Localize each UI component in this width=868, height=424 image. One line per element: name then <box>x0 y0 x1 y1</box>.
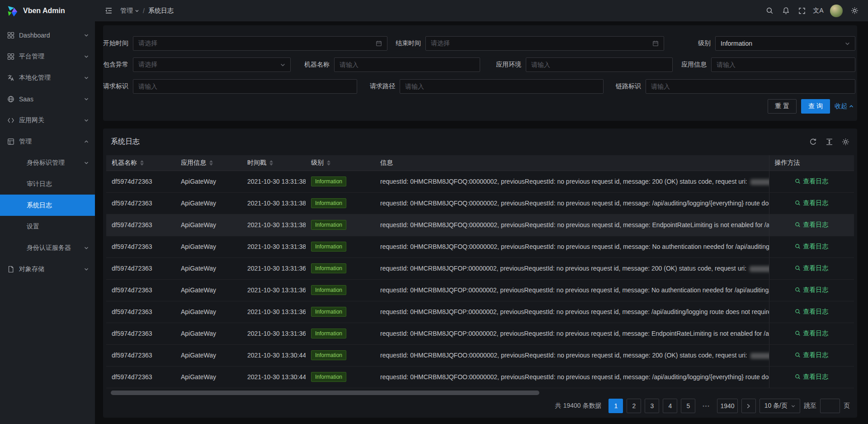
trace-id-input[interactable] <box>646 79 855 94</box>
environment-label: 应用环境 <box>496 61 521 69</box>
page-size-select[interactable]: 10 条/页 <box>760 399 800 413</box>
table-row[interactable]: df5974d72363 ApiGateWay 2021-10-30 13:31… <box>106 257 854 279</box>
environment-input[interactable] <box>526 57 673 72</box>
column-header-level[interactable]: 级别 <box>306 155 375 171</box>
notification-bell-icon[interactable] <box>778 0 794 22</box>
cell-app-info: ApiGateWay <box>175 236 242 257</box>
sidebar-item-localization-management[interactable]: 本地化管理 <box>0 67 95 88</box>
table-row[interactable]: df5974d72363 ApiGateWay 2021-10-30 13:31… <box>106 171 854 192</box>
system-log-table: 机器名称应用信息时间戳级别信息操作方法 df5974d72363 ApiGate… <box>106 155 854 388</box>
table-row[interactable]: df5974d72363 ApiGateWay 2021-10-30 13:31… <box>106 301 854 323</box>
reset-button[interactable]: 重 置 <box>768 99 797 114</box>
page-button-3[interactable]: 3 <box>645 399 659 413</box>
chevron-down-icon <box>84 33 89 38</box>
cell-action: 查看日志 <box>769 344 854 366</box>
jump-page-input[interactable] <box>820 399 840 413</box>
next-page-button[interactable] <box>741 399 756 413</box>
logo[interactable]: Vben Admin <box>0 0 95 22</box>
magnifier-icon <box>795 178 801 184</box>
table-row[interactable]: df5974d72363 ApiGateWay 2021-10-30 13:31… <box>106 323 854 344</box>
sidebar-item-platform-management[interactable]: 平台管理 <box>0 46 95 67</box>
fullscreen-icon[interactable] <box>794 0 810 22</box>
column-header-timestamp[interactable]: 时间戳 <box>242 155 306 171</box>
sidebar-item-app-gateway[interactable]: 应用网关 <box>0 110 95 131</box>
refresh-icon[interactable] <box>809 138 817 146</box>
view-log-link[interactable]: 查看日志 <box>795 373 828 381</box>
avatar[interactable] <box>830 5 843 17</box>
level-select[interactable]: Information <box>715 36 855 51</box>
sidebar-item-system-logs[interactable]: 系统日志 <box>0 195 95 216</box>
view-log-link[interactable]: 查看日志 <box>795 264 828 272</box>
sidebar-item-label: 本地化管理 <box>19 74 51 82</box>
view-log-link[interactable]: 查看日志 <box>795 243 828 251</box>
sidebar-item-saas[interactable]: Saas <box>0 88 95 110</box>
column-header-app[interactable]: 应用信息 <box>175 155 242 171</box>
machine-name-input[interactable] <box>334 57 480 72</box>
sidebar-item-management[interactable]: 管理 <box>0 131 95 152</box>
table-row[interactable]: df5974d72363 ApiGateWay 2021-10-30 13:31… <box>106 214 854 236</box>
table-row[interactable]: df5974d72363 ApiGateWay 2021-10-30 13:31… <box>106 236 854 257</box>
sidebar-item-auth-server[interactable]: 身份认证服务器 <box>0 237 95 258</box>
sidebar-item-label: 身份标识管理 <box>27 159 65 167</box>
view-log-link[interactable]: 查看日志 <box>795 308 828 316</box>
page-button-4[interactable]: 4 <box>663 399 677 413</box>
view-log-link[interactable]: 查看日志 <box>795 177 828 186</box>
scrollbar-thumb[interactable] <box>111 391 539 395</box>
sorter-icon <box>327 160 330 166</box>
search-icon[interactable] <box>761 0 778 22</box>
table-row[interactable]: df5974d72363 ApiGateWay 2021-10-30 13:31… <box>106 192 854 214</box>
app-info-input[interactable] <box>711 57 855 72</box>
view-log-link[interactable]: 查看日志 <box>795 199 828 207</box>
query-button[interactable]: 查 询 <box>801 99 830 114</box>
view-log-link[interactable]: 查看日志 <box>795 221 828 229</box>
cell-action: 查看日志 <box>769 171 854 192</box>
start-time-input[interactable]: 请选择 <box>133 36 387 51</box>
request-path-input[interactable] <box>400 79 604 94</box>
table-settings-gear-icon[interactable] <box>842 138 849 146</box>
cell-message: requestId: 0HMCRBM8JQFOO:00000002, previ… <box>375 366 769 388</box>
exception-select[interactable]: 请选择 <box>133 57 291 72</box>
page-button-5[interactable]: 5 <box>681 399 695 413</box>
column-header-machine[interactable]: 机器名称 <box>106 155 175 171</box>
view-log-link[interactable]: 查看日志 <box>795 351 828 359</box>
page-button-2[interactable]: 2 <box>627 399 641 413</box>
settings-gear-icon[interactable] <box>846 0 863 22</box>
breadcrumb-section[interactable]: 管理 <box>120 7 139 15</box>
request-path-label: 请求路径 <box>370 82 395 91</box>
sidebar-item-audit-logs[interactable]: 审计日志 <box>0 173 95 195</box>
page-button-1[interactable]: 1 <box>609 399 623 413</box>
table-row[interactable]: df5974d72363 ApiGateWay 2021-10-30 13:31… <box>106 279 854 301</box>
collapse-link[interactable]: 收起 <box>835 102 854 110</box>
sidebar-item-identity-management[interactable]: 身份标识管理 <box>0 152 95 173</box>
end-time-field: 结束时间 请选择 <box>425 36 664 51</box>
app-info-field: 应用信息 <box>711 57 855 72</box>
locale-glyph: 文A <box>813 7 823 15</box>
request-id-input[interactable] <box>133 79 357 94</box>
page-button-1940[interactable]: 1940 <box>717 399 737 413</box>
cell-machine-name: df5974d72363 <box>106 344 175 366</box>
table-wrap: 机器名称应用信息时间戳级别信息操作方法 df5974d72363 ApiGate… <box>103 155 857 395</box>
cell-message: requestId: 0HMCRBM8JQFOP:00000002, previ… <box>375 257 769 279</box>
environment-field: 应用环境 <box>526 57 673 72</box>
app-root: Vben Admin Dashboard平台管理本地化管理Saas应用网关管理身… <box>0 0 868 424</box>
chevron-down-icon <box>84 54 89 59</box>
view-log-label: 查看日志 <box>803 221 828 229</box>
cell-timestamp: 2021-10-30 13:31:36 <box>242 301 306 323</box>
end-time-input[interactable]: 请选择 <box>425 36 664 51</box>
header-actions: 文A <box>761 0 863 22</box>
view-log-link[interactable]: 查看日志 <box>795 329 828 338</box>
column-height-icon[interactable] <box>826 138 833 146</box>
exception-label: 包含异常 <box>103 61 128 69</box>
sidebar-item-dashboard[interactable]: Dashboard <box>0 24 95 46</box>
locale-icon[interactable]: 文A <box>810 0 826 22</box>
exception-field: 包含异常 请选择 <box>133 57 291 72</box>
horizontal-scrollbar[interactable] <box>111 391 849 395</box>
gateway-icon <box>7 117 14 124</box>
sidebar-item-object-storage[interactable]: 对象存储 <box>0 258 95 280</box>
table-row[interactable]: df5974d72363 ApiGateWay 2021-10-30 13:30… <box>106 366 854 388</box>
table-row[interactable]: df5974d72363 ApiGateWay 2021-10-30 13:30… <box>106 344 854 366</box>
view-log-link[interactable]: 查看日志 <box>795 286 828 294</box>
cell-message: requestId: 0HMCRBM8JQFOQ:00000002, previ… <box>375 214 769 236</box>
menu-fold-icon[interactable] <box>100 0 117 22</box>
sidebar-item-settings[interactable]: 设置 <box>0 216 95 237</box>
